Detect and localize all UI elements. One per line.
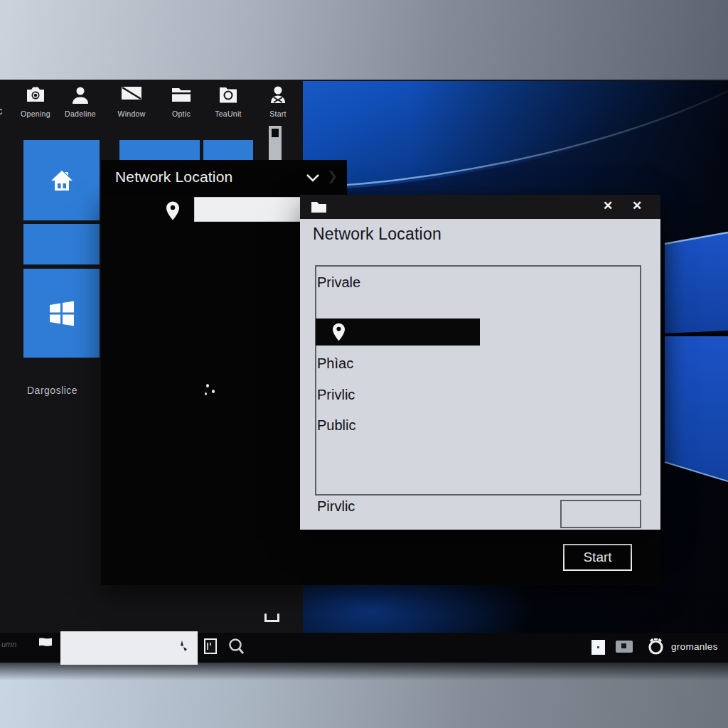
tile-blank-4[interactable] xyxy=(23,224,100,264)
toolbar-item-opening[interactable]: Opening xyxy=(13,86,58,118)
toolbar-item-optic[interactable]: Optic xyxy=(159,86,204,118)
tile-home[interactable] xyxy=(23,140,100,220)
option-privlic[interactable]: Privlic xyxy=(317,387,355,403)
taskbar: umn gromanles xyxy=(0,633,728,663)
bottom-field[interactable] xyxy=(560,500,641,528)
toolbar-item-label: Window xyxy=(109,109,154,118)
chevron-right-icon[interactable]: ❯ xyxy=(327,168,338,184)
option-public[interactable]: Public xyxy=(317,417,355,434)
alarm-clock-icon[interactable] xyxy=(647,638,665,658)
camera-icon xyxy=(13,86,58,107)
task-view-icon[interactable] xyxy=(204,638,217,657)
toolbar-item-window[interactable]: Window xyxy=(109,86,154,118)
folder-icon xyxy=(311,200,327,215)
mail-icon xyxy=(109,86,154,107)
wallpaper-windows-logo xyxy=(665,232,728,481)
tray-notes-icon[interactable] xyxy=(592,640,605,655)
bottom-field-label: Pirvlic xyxy=(317,498,355,515)
dialog-titlebar[interactable]: ✕ ✕ xyxy=(300,195,660,219)
tray-display-icon[interactable] xyxy=(616,641,633,653)
toolbar-item-teaunit[interactable]: TeaUnit xyxy=(205,86,251,118)
monitor-bezel-top xyxy=(0,0,728,81)
search-input[interactable] xyxy=(60,631,198,665)
figure-icon xyxy=(255,86,301,107)
toolbar-item-start[interactable]: Start xyxy=(255,86,301,118)
monitor-bezel-bottom xyxy=(0,662,728,728)
toolbar-item-label: Optic xyxy=(159,109,204,118)
folder-icon xyxy=(159,86,204,107)
start-button[interactable]: Start xyxy=(563,544,632,571)
location-pin-icon xyxy=(166,201,179,223)
toolbar-item-dadeline[interactable]: Dadeline xyxy=(58,86,103,118)
toolbar-item-label: Opening xyxy=(13,109,58,118)
option-private[interactable]: Privale xyxy=(317,274,360,291)
close-icon[interactable]: ✕ xyxy=(603,198,613,214)
start-menu-caption: Dargoslice xyxy=(27,385,77,396)
taskbar-left-fragment: umn xyxy=(1,640,16,648)
windows-flag-icon[interactable] xyxy=(37,636,54,654)
tile-windows[interactable] xyxy=(23,269,100,358)
close-icon[interactable]: ✕ xyxy=(632,198,642,214)
windows-logo-icon xyxy=(48,300,75,327)
back-window-titlebar: Network Location ❯ xyxy=(101,160,347,196)
option-phiac[interactable]: Phìac xyxy=(317,355,353,372)
location-pin-icon xyxy=(333,323,345,341)
tray-status-label: gromanles xyxy=(671,641,718,652)
selected-option-bar[interactable] xyxy=(316,318,480,346)
toolbar-item-label: Start xyxy=(255,109,301,118)
back-window-title: Network Location xyxy=(115,168,232,186)
chevron-down-icon[interactable] xyxy=(306,172,319,185)
person-icon xyxy=(58,86,103,107)
folder-image-icon xyxy=(205,86,251,107)
options-groupbox xyxy=(315,265,641,496)
toolbar-item-label: Dadeline xyxy=(58,109,103,118)
scrollbar-thumb[interactable] xyxy=(272,129,279,137)
dialog-heading: Network Location xyxy=(313,225,441,244)
pen-cursor-icon xyxy=(179,641,188,655)
home-icon xyxy=(50,169,74,192)
edge-label-fragment: c xyxy=(0,105,3,117)
network-location-dialog: ✕ ✕ Network Location Privale Phìac Privl… xyxy=(300,195,660,530)
search-icon[interactable] xyxy=(228,638,245,658)
restore-window-icon[interactable] xyxy=(264,614,279,622)
toolbar-item-label: TeaUnit xyxy=(205,109,251,118)
location-input[interactable] xyxy=(194,197,312,222)
